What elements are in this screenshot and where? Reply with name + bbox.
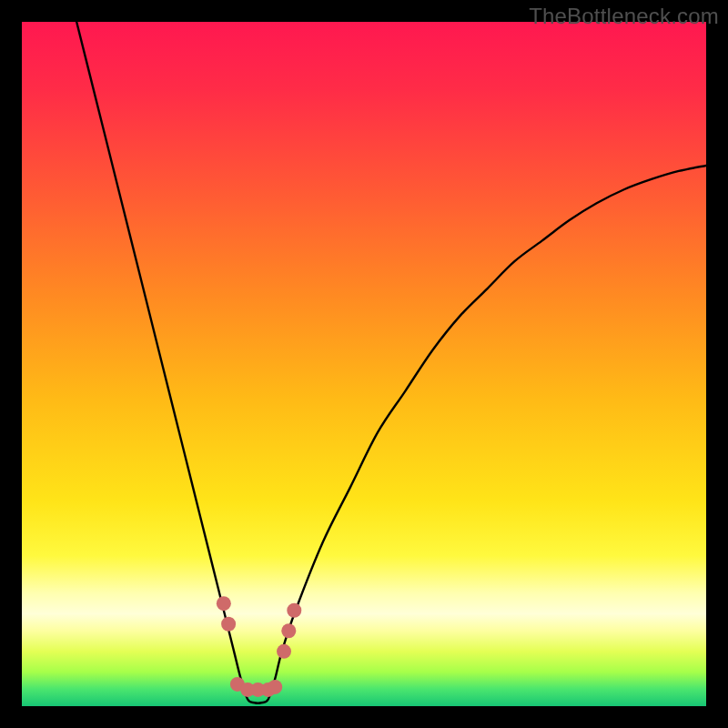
gradient-background (22, 22, 706, 706)
plot-area (22, 22, 706, 706)
watermark-text: TheBottleneck.com (529, 4, 719, 29)
curve-dot (277, 644, 291, 659)
chart-frame: TheBottleneck.com (0, 0, 728, 728)
curve-dot (287, 603, 301, 618)
curve-dot (268, 680, 282, 694)
curve-dot (217, 596, 231, 611)
chart-svg (22, 22, 706, 706)
curve-dot (221, 617, 236, 632)
curve-dot (281, 623, 296, 638)
